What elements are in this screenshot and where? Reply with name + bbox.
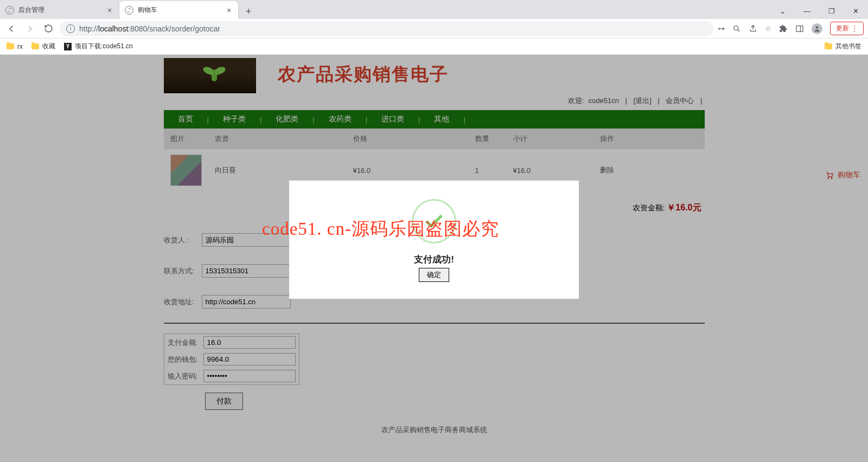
chevron-down-icon[interactable]: ⌄ (770, 3, 795, 19)
svg-point-2 (816, 26, 819, 29)
star-icon[interactable]: ☆ (765, 24, 771, 33)
watermark-text: code51. cn-源码乐园盗图必究 (262, 217, 499, 241)
profile-avatar[interactable] (812, 23, 822, 34)
url-text: http://localhost:8080/snack/sorder/gotoc… (79, 24, 220, 33)
folder-icon (7, 43, 14, 49)
other-bookmarks[interactable]: 其他书签 (825, 42, 861, 51)
minimize-icon[interactable]: — (795, 3, 819, 19)
maximize-icon[interactable]: ❐ (819, 3, 844, 19)
site-info-icon[interactable]: i (66, 24, 75, 33)
bookmark-fav[interactable]: 收藏 (31, 42, 55, 51)
window-controls: ⌄ — ❐ ✕ (770, 3, 868, 19)
new-tab-button[interactable]: + (241, 4, 256, 19)
reload-button[interactable] (41, 22, 55, 36)
update-button[interactable]: 更新⋮ (830, 22, 864, 35)
svg-rect-1 (796, 25, 803, 31)
globe-icon (125, 6, 133, 15)
modal-ok-button[interactable]: 确定 (419, 268, 449, 282)
tab-title: 购物车 (138, 5, 221, 15)
zoom-icon[interactable] (732, 24, 741, 33)
bookmark-rx[interactable]: rx (7, 43, 23, 50)
close-icon[interactable]: × (106, 7, 113, 14)
address-bar[interactable]: i http://localhost:8080/snack/sorder/got… (60, 21, 713, 36)
close-icon[interactable]: × (225, 7, 233, 14)
extensions-icon[interactable] (779, 24, 788, 33)
globe-icon (5, 6, 14, 15)
tab-title: 后台管理 (18, 5, 101, 15)
forward-button[interactable] (23, 22, 37, 36)
close-window-icon[interactable]: ✕ (844, 3, 868, 19)
folder-icon (31, 43, 39, 49)
bookmarks-bar: rx 收藏 Y项目下载:code51.cn 其他书签 (0, 39, 868, 55)
key-icon[interactable]: ⊶ (718, 24, 725, 33)
site-icon: Y (64, 43, 72, 50)
share-icon[interactable] (749, 24, 757, 33)
browser-tabstrip: 后台管理 × 购物车 × + ⌄ — ❐ ✕ (0, 0, 868, 19)
back-button[interactable] (4, 22, 18, 36)
bookmark-code51[interactable]: Y项目下载:code51.cn (64, 42, 133, 51)
folder-icon (825, 43, 832, 49)
panel-icon[interactable] (795, 24, 804, 33)
tab-cart[interactable]: 购物车 × (119, 1, 239, 19)
modal-message: 支付成功! (414, 253, 454, 266)
svg-point-0 (734, 25, 738, 30)
tab-admin[interactable]: 后台管理 × (0, 1, 119, 19)
browser-toolbar: i http://localhost:8080/snack/sorder/got… (0, 19, 868, 39)
